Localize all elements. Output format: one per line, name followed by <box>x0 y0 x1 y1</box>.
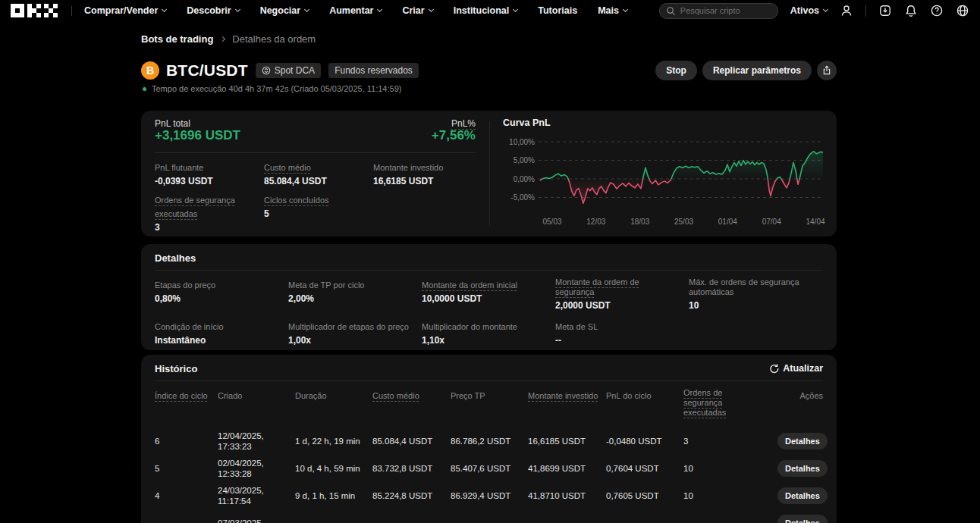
pnl-total-value: +3,1696 USDT <box>155 128 240 143</box>
cell-duration: 9 d, 1 h, 15 min <box>295 491 372 500</box>
cell-cycle-index: 6 <box>155 437 218 446</box>
pnl-stat-label: Custo médio <box>264 163 311 172</box>
detail-field-label: Meta de SL <box>555 322 598 332</box>
cell-safety-orders: 10 <box>683 464 777 473</box>
runtime-status: Tempo de execução 40d 4h 37m 42s (Criado… <box>143 84 401 93</box>
okx-logo[interactable] <box>11 4 58 17</box>
chevron-down-icon <box>623 7 628 12</box>
chevron-down-icon <box>162 7 167 12</box>
cell-cycle-pnl: -0,0480 USDT <box>606 437 683 446</box>
history-column-header: Ações <box>777 388 823 402</box>
replicate-parameters-button[interactable]: Replicar parâmetros <box>702 61 812 80</box>
row-details-button[interactable]: Detalhes <box>777 460 828 477</box>
nav-menu-item[interactable]: Negociar <box>260 5 309 16</box>
history-column-header: PnL do ciclo <box>606 388 683 402</box>
cell-safety-orders: 3 <box>683 437 777 446</box>
share-button[interactable] <box>817 61 837 80</box>
pnl-percent-value: +7,56% <box>369 128 476 143</box>
download-app-button[interactable] <box>878 4 892 17</box>
divider <box>155 381 823 381</box>
row-details-button[interactable]: Detalhes <box>777 433 828 449</box>
chevron-down-icon <box>377 7 382 12</box>
svg-text:05/03: 05/03 <box>542 218 561 226</box>
pnl-card: PnL total +3,1696 USDT PnL% +7,56% PnL f… <box>141 111 837 236</box>
detail-field-label: Condição de início <box>155 322 224 332</box>
history-column-header: Montante investido <box>528 388 606 402</box>
share-icon <box>821 65 832 76</box>
nav-right: Ativos <box>659 3 969 19</box>
nav-menu-item-label: Aumentar <box>329 5 373 16</box>
spot-dca-icon <box>262 66 271 75</box>
nav-menu-item-label: Mais <box>598 5 619 16</box>
cell-cycle-pnl: 0,7604 USDT <box>606 464 683 473</box>
nav-menu-item[interactable]: Criar <box>402 5 432 16</box>
cell-actions: Detalhes <box>777 433 828 449</box>
detail-field-label: Meta de TP por ciclo <box>288 280 364 290</box>
nav-divider <box>71 6 72 16</box>
row-details-button[interactable]: Detalhes <box>777 515 828 523</box>
refresh-button[interactable]: Atualizar <box>768 363 823 374</box>
cell-duration: 10 d, 4 h, 59 min <box>295 464 372 473</box>
nav-menu-item[interactable]: Aumentar <box>329 5 382 16</box>
notifications-button[interactable] <box>904 4 918 17</box>
table-row: 4 24/03/2025, 11:17:54 9 d, 1 h, 15 min … <box>155 482 823 509</box>
cell-cycle-index: 5 <box>155 464 218 473</box>
nav-menu-item-label: Tutoriais <box>538 5 577 16</box>
pnl-curve-chart: Curva PnL 10,00%5,00%0,00%-5,00%05/0312/… <box>489 111 837 236</box>
svg-text:10,00%: 10,00% <box>509 138 535 146</box>
stop-button[interactable]: Stop <box>655 61 697 80</box>
assets-menu[interactable]: Ativos <box>790 5 828 16</box>
detail-field: Montante da ordem inicial 10,0000 USDT <box>422 277 555 319</box>
svg-text:07/04: 07/04 <box>762 218 781 226</box>
divider <box>155 152 476 153</box>
history-column-header: Duração <box>295 388 372 402</box>
details-title: Detalhes <box>155 252 196 264</box>
row-details-button[interactable]: Detalhes <box>777 487 828 504</box>
chevron-down-icon <box>513 7 518 12</box>
language-button[interactable] <box>956 4 969 17</box>
detail-field-value: 10,0000 USDT <box>422 293 555 304</box>
detail-field-label: Máx. de ordens de segurança automáticas <box>689 277 812 297</box>
search-input[interactable] <box>680 6 768 15</box>
pnl-stat-value: -0,0393 USDT <box>155 176 264 186</box>
running-status-dot <box>143 87 146 91</box>
history-column-header: Índice do ciclo <box>155 388 218 402</box>
pnl-stat: Ciclos concluídos 5 <box>264 193 373 233</box>
nav-menu-item[interactable]: Comprar/Vender <box>84 5 166 16</box>
runtime-text: Tempo de execução 40d 4h 37m 42s (Criado… <box>152 84 401 93</box>
detail-field: Meta de TP por ciclo 2,00% <box>288 277 422 319</box>
cell-avg-cost: 83.732,8 USDT <box>372 464 451 473</box>
chevron-down-icon <box>429 7 434 12</box>
svg-text:14/04: 14/04 <box>806 218 825 226</box>
breadcrumb-parent-link[interactable]: Bots de trading <box>141 33 213 45</box>
divider <box>155 270 823 271</box>
search-box[interactable] <box>659 3 778 19</box>
chevron-down-icon <box>235 7 240 12</box>
cell-safety-orders: 10 <box>683 491 777 500</box>
help-button[interactable] <box>930 4 944 17</box>
nav-menu-item-label: Negociar <box>260 5 301 16</box>
detail-field-label: Etapas do preço <box>155 280 215 290</box>
cell-cycle-pnl: 0,7605 USDT <box>606 491 683 500</box>
cell-tp-price: 86.929,4 USDT <box>451 491 528 500</box>
pnl-stat-label: Ciclos concluídos <box>264 196 329 205</box>
account-button[interactable] <box>840 4 853 17</box>
history-card: Histórico Atualizar Índice do ciclo Cria… <box>141 355 837 523</box>
nav-menu-item[interactable]: Mais <box>598 5 627 16</box>
detail-field-value: -- <box>555 335 689 346</box>
detail-field: Máx. de ordens de segurança automáticas … <box>689 277 822 319</box>
strategy-badge: Spot DCA <box>256 63 321 78</box>
nav-menu-item[interactable]: Tutoriais <box>538 5 577 16</box>
detail-field: Etapas do preço 0,80% <box>155 277 288 319</box>
breadcrumb-current: Detalhes da ordem <box>232 33 316 45</box>
pnl-stat-value: 85.084,4 USDT <box>264 176 373 186</box>
header-actions: Stop Replicar parâmetros <box>655 61 837 80</box>
nav-menu-item[interactable]: Descobrir <box>187 5 239 16</box>
cell-invested: 41,8699 USDT <box>528 464 606 473</box>
page: Comprar/Vender Descobrir Negociar Aument… <box>0 0 980 523</box>
nav-menu: Comprar/Vender Descobrir Negociar Aument… <box>84 5 627 16</box>
nav-menu-item-label: Criar <box>402 5 424 16</box>
pnl-total-label: PnL total <box>155 118 190 129</box>
chevron-right-icon <box>220 36 225 42</box>
nav-menu-item[interactable]: Institucional <box>454 5 518 16</box>
